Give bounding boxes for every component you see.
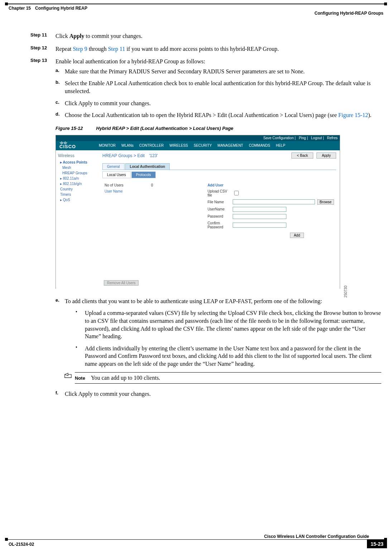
step-label: Step 11 [30, 32, 55, 40]
note-rule-top [75, 372, 381, 373]
bullet-icon: • [76, 309, 85, 340]
label-password: Password [208, 214, 233, 218]
footer-box-left [5, 538, 8, 541]
side-access-points[interactable]: ▸ Access Points [60, 160, 97, 164]
bold-upload-csv: Upload CSV File [228, 310, 267, 316]
step-12: Step 12 Repeat Step 9 through Step 11 if… [30, 45, 381, 53]
figure-label: Figure 15-12 [55, 126, 95, 131]
nav-security[interactable]: SECURITY [194, 144, 212, 147]
text: to commit your changes. [93, 391, 151, 397]
row-username: UserName [208, 207, 334, 212]
step-body: Click Apply to commit your changes. [55, 32, 381, 40]
side-label: 802.11b/g/n [63, 182, 82, 186]
header-right: Configuring Hybrid-REAP Groups [315, 11, 383, 16]
note-content: NoteYou can add up to 100 clients. [75, 372, 381, 386]
link-step11[interactable]: Step 11 [108, 46, 125, 52]
note-label: Note [75, 375, 85, 381]
panel-right: Add User Upload CSV file File Name Brows… [205, 181, 336, 240]
note-block: NoteYou can add up to 100 clients. [64, 372, 381, 386]
cisco-logo: ·ı|ı·ı|ı· CISCO [56, 142, 99, 149]
row-confirm-password: Confirm Password [208, 221, 334, 229]
sub-e: e. To add clients that you want to be ab… [55, 297, 381, 305]
shot-top-bar: Save Configuration | Ping | Logout | Ref… [56, 135, 340, 141]
text: Repeat [55, 46, 73, 52]
sub-c: c. Click Apply to commit your changes. [55, 99, 381, 107]
link-ping[interactable]: Ping [299, 136, 306, 140]
nav-wlans[interactable]: WLANs [121, 144, 134, 147]
label-no-users: No of Users [105, 183, 130, 187]
shot-subtabs: Local Users Protocols [102, 171, 336, 178]
step-label: Step 13 [30, 58, 55, 65]
sub-body: Choose the Local Authentication tab to o… [65, 111, 381, 119]
nav-commands[interactable]: COMMANDS [249, 144, 270, 147]
side-label: Access Points [63, 160, 87, 164]
side-label: 802.11a/n [63, 176, 79, 180]
text: to commit your changes. [84, 33, 142, 39]
nav-wireless[interactable]: WIRELESS [169, 144, 188, 147]
note-rule-bottom [75, 383, 381, 384]
apply-button[interactable]: Apply [316, 152, 336, 159]
link-logout[interactable]: Logout [311, 136, 322, 140]
bold-browse: Browse [324, 310, 341, 316]
shot-body: Wireless ▸ Access Points Mesh HREAP Grou… [56, 150, 340, 289]
add-user-heading: Add User [208, 183, 334, 187]
side-80211b[interactable]: ▸ 802.11b/g/n [60, 182, 97, 186]
link-step9[interactable]: Step 9 [73, 46, 87, 52]
add-button[interactable]: Add [290, 233, 304, 238]
nav-controller[interactable]: CONTROLLER [139, 144, 164, 147]
sub-label: f. [55, 390, 65, 398]
nav-monitor[interactable]: MONITOR [99, 144, 116, 147]
sub-b: b. Select the Enable AP Local Authentica… [55, 79, 381, 95]
bullet-body: Add clients individually by entering the… [85, 345, 381, 368]
step-11: Step 11 Click Apply to commit your chang… [30, 32, 381, 40]
shot-sidebar: Wireless ▸ Access Points Mesh HREAP Grou… [56, 150, 99, 289]
nav-help[interactable]: HELP [276, 144, 285, 147]
side-country[interactable]: Country [60, 187, 97, 191]
sub-body: Select the Enable AP Local Authenticatio… [65, 79, 381, 95]
breadcrumb: HREAP Groups > Edit '123' [102, 153, 158, 158]
nav-management[interactable]: MANAGEMENT [218, 144, 243, 147]
bullet-icon: • [76, 345, 85, 368]
username-input[interactable] [233, 207, 286, 212]
row-file-name: File Name Browse [208, 199, 334, 205]
note-text: NoteYou can add up to 100 clients. [75, 375, 381, 381]
bold-apply: Apply [69, 33, 84, 39]
header-box-left [5, 3, 8, 5]
sub-label: d. [55, 111, 65, 119]
side-hreap-groups[interactable]: HREAP Groups [62, 171, 97, 175]
footer-guide-title: Cisco Wireless LAN Controller Configurat… [264, 534, 369, 539]
text: Click [65, 391, 78, 397]
link-figure[interactable]: Figure 15-12 [338, 112, 368, 118]
text: check box, clicking the [267, 310, 323, 316]
side-timers[interactable]: Timers [60, 193, 97, 196]
logo-text: CISCO [59, 144, 76, 149]
text: Click [65, 100, 78, 106]
confirm-password-input[interactable] [233, 223, 286, 228]
side-80211a[interactable]: ▸ 802.11a/n [60, 176, 97, 180]
browse-button[interactable]: Browse [317, 199, 334, 205]
tab-local-auth[interactable]: Local Authentication [125, 163, 170, 170]
link-save-config[interactable]: Save Configuration [263, 136, 294, 140]
upload-csv-checkbox[interactable] [234, 191, 239, 195]
bullet-individual: • Add clients individually by entering t… [76, 345, 381, 368]
file-name-input[interactable] [233, 199, 315, 204]
value-no-users: 0 [151, 183, 153, 187]
shot-buttons: < Back Apply [289, 152, 336, 159]
text: through [87, 46, 108, 52]
link-refresh[interactable]: Refres [327, 136, 338, 140]
subtab-protocols[interactable]: Protocols [131, 171, 156, 178]
tab-general[interactable]: General [102, 163, 125, 170]
side-qos[interactable]: ▸ QoS [60, 198, 97, 202]
text: . [303, 68, 305, 74]
remove-all-users-button[interactable]: Remove All Users [104, 280, 139, 286]
header-box-right [384, 3, 387, 5]
bold-apply: Apply [78, 391, 93, 397]
sub-list-continued: e. To add clients that you want to be ab… [55, 297, 381, 398]
row-no-users: No of Users 0 [105, 183, 203, 187]
password-input[interactable] [233, 214, 286, 219]
side-mesh[interactable]: Mesh [62, 166, 97, 170]
image-id: 250730 [344, 286, 348, 297]
back-button[interactable]: < Back [291, 152, 313, 159]
side-title: Wireless [58, 153, 97, 158]
subtab-local-users[interactable]: Local Users [102, 171, 131, 178]
